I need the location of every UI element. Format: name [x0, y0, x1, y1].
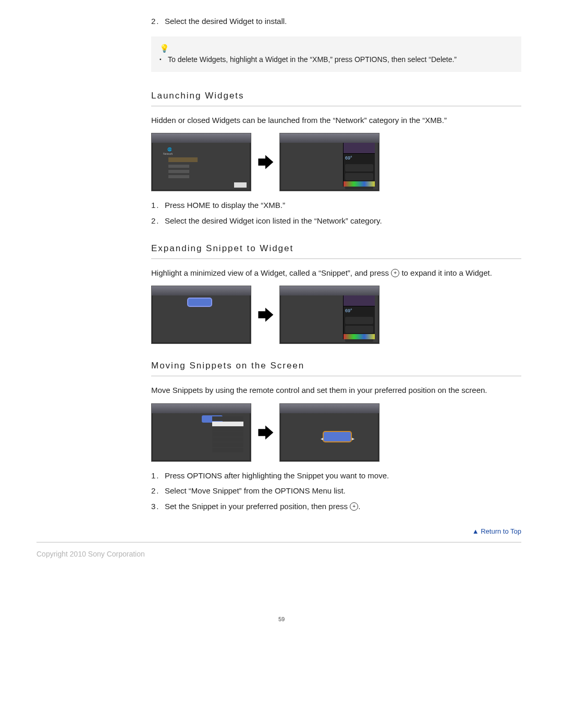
figure-moving: ◂ ▸ [151, 403, 521, 462]
body-text: Move Snippets by using the remote contro… [151, 385, 521, 396]
list-item: Press OPTIONS after highlighting the Sni… [151, 470, 521, 482]
screenshot-expanded-widget: 69° [279, 286, 380, 344]
launching-steps-list: Press HOME to display the “XMB.” Select … [151, 200, 521, 227]
enter-button-icon [391, 269, 399, 277]
text: Highlight a minimized view of a Widget, … [151, 268, 391, 277]
arrow-right-icon [256, 153, 274, 171]
screenshot-xmb-network: 🌐 Network [151, 133, 251, 191]
intro-steps-list: Select the desired Widget to install. [151, 16, 521, 27]
section-title-expanding: Expanding Snippet to Widget [151, 242, 521, 255]
section-rule [151, 106, 521, 106]
triangle-up-icon: ▲ [472, 527, 479, 535]
return-to-top-label: Return to Top [481, 527, 521, 535]
list-item: Press HOME to display the “XMB.” [151, 200, 521, 211]
page: Select the desired Widget to install. 💡 … [0, 0, 563, 728]
enter-button-icon [350, 502, 358, 511]
list-item: Select “Move Snippet” from the OPTIONS M… [151, 485, 521, 497]
arrow-right-icon [256, 424, 274, 441]
content-column: Select the desired Widget to install. 💡 … [151, 16, 521, 537]
tip-list: To delete Widgets, highlight a Widget in… [160, 54, 513, 65]
screenshot-weather-widget: 69° [279, 133, 380, 191]
figure-launching: 🌐 Network 69° [151, 133, 521, 191]
text: Set the Snippet in your preferred positi… [165, 502, 350, 511]
section-title-launching: Launching Widgets [151, 90, 521, 103]
screenshot-options-menu [151, 403, 251, 462]
copyright: Copyright 2010 Sony Corporation [36, 549, 521, 559]
svg-marker-0 [258, 155, 273, 169]
footer-rule [36, 542, 521, 542]
list-item: Set the Snippet in your preferred positi… [151, 501, 521, 512]
section-title-moving: Moving Snippets on the Screen [151, 360, 521, 373]
arrow-right-icon [256, 306, 274, 324]
page-number: 59 [278, 615, 285, 624]
text: to expand it into a Widget. [399, 268, 492, 277]
svg-marker-1 [258, 308, 273, 322]
screenshot-snippet [151, 286, 251, 344]
figure-expanding: 69° [151, 286, 521, 344]
body-text: Hidden or closed Widgets can be launched… [151, 115, 521, 126]
moving-steps-list: Press OPTIONS after highlighting the Sni… [151, 470, 521, 512]
return-to-top-row: ▲ Return to Top [151, 527, 521, 537]
tip-box: 💡 To delete Widgets, highlight a Widget … [151, 36, 521, 72]
screenshot-moved-snippet: ◂ ▸ [279, 403, 380, 462]
list-item: Select the desired Widget to install. [151, 16, 521, 27]
section-rule [151, 258, 521, 259]
return-to-top-link[interactable]: ▲ Return to Top [472, 527, 521, 535]
list-item: Select the desired Widget icon listed in… [151, 215, 521, 227]
svg-marker-2 [258, 425, 273, 439]
list-item: To delete Widgets, highlight a Widget in… [160, 54, 513, 65]
tip-icon: 💡 [160, 44, 169, 52]
body-text: Highlight a minimized view of a Widget, … [151, 267, 521, 279]
section-rule [151, 376, 521, 376]
